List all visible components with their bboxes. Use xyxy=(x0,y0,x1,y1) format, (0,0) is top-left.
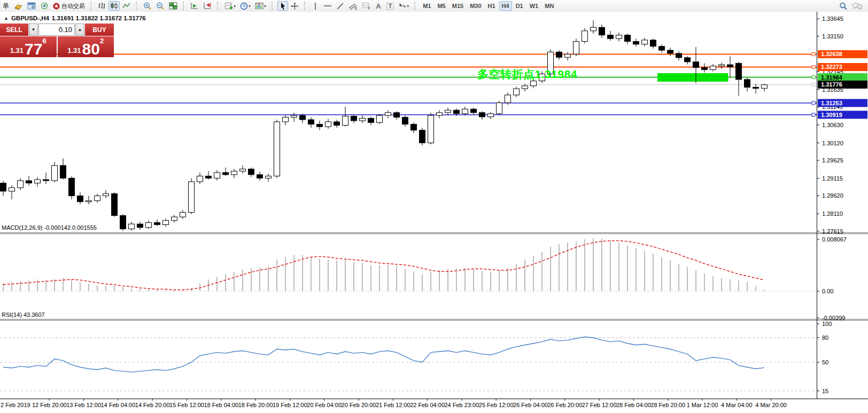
sell-price-display[interactable]: 1.31 77 6 xyxy=(0,36,57,57)
volume-input[interactable]: 0.10 xyxy=(38,24,75,36)
chart-shift-icon[interactable] xyxy=(201,1,213,11)
chart-canvas[interactable]: 1.336451.331501.321451.316351.311401.306… xyxy=(0,12,868,413)
one-click-collapse-icon[interactable]: ▲ xyxy=(4,15,9,21)
volume-decrease-button[interactable]: ▼ xyxy=(29,24,38,36)
timeframe-m1-button[interactable]: M1 xyxy=(420,1,433,11)
fibo-grid-tool-icon[interactable]: F xyxy=(360,1,372,11)
autotrading-stop-icon xyxy=(53,3,60,10)
chat-icon[interactable] xyxy=(850,1,864,11)
toolbar-separator xyxy=(183,2,186,10)
dropdown-caret-icon[interactable]: ▾ xyxy=(234,4,236,9)
chart-title: ▲ GBPUSD-,H4 1.31691 1.31822 1.31672 1.3… xyxy=(4,15,146,21)
indicators-add-icon[interactable]: ▾ xyxy=(223,1,237,11)
buy-price-display[interactable]: 1.31 80 2 xyxy=(58,36,114,57)
toolbar-separator xyxy=(90,2,94,10)
volume-increase-button[interactable]: ▲ xyxy=(75,24,84,36)
auto-scroll-icon[interactable] xyxy=(189,1,200,11)
line-chart-type-icon[interactable] xyxy=(121,1,132,11)
svg-text:E: E xyxy=(355,6,358,10)
pivot-annotation-text[interactable]: 多空转折点1.31984 xyxy=(477,67,577,82)
time-axis[interactable] xyxy=(0,399,868,413)
chart-window[interactable]: 1.336451.331501.321451.316351.311401.306… xyxy=(0,12,868,413)
templates-icon[interactable]: ▾ xyxy=(253,1,268,11)
tile-windows-icon[interactable] xyxy=(167,1,179,11)
sell-price-small: 1.31 xyxy=(10,47,24,56)
toolbar-separator xyxy=(414,2,417,10)
buy-price-small: 1.31 xyxy=(67,47,81,56)
crosshair-tool-icon[interactable] xyxy=(289,1,300,11)
search-icon[interactable] xyxy=(838,1,849,11)
arrows-tool-icon[interactable]: ▾ xyxy=(397,1,410,11)
text-tool-icon[interactable]: A xyxy=(373,1,384,11)
timeframe-h4-button[interactable]: H4 xyxy=(499,1,512,11)
market-watch-icon[interactable] xyxy=(26,1,37,11)
timeframe-m5-button[interactable]: M5 xyxy=(435,1,448,11)
sell-price-sup: 6 xyxy=(42,37,46,44)
macd-pane-divider[interactable] xyxy=(0,230,868,236)
buy-price-big: 80 xyxy=(82,42,100,56)
periods-clock-icon[interactable]: ▾ xyxy=(238,1,252,11)
symbol-period-label: GBPUSD-,H4 xyxy=(11,15,49,21)
new-order-gold-icon[interactable] xyxy=(12,1,25,11)
timeframe-w1-button[interactable]: W1 xyxy=(527,1,541,11)
timeframe-m15-button[interactable]: M15 xyxy=(449,1,466,11)
sell-button[interactable]: SELL xyxy=(0,24,28,36)
cursor-tool-icon[interactable] xyxy=(277,1,288,11)
rsi-pane-divider[interactable] xyxy=(0,317,868,322)
vertical-line-tool-icon[interactable] xyxy=(310,1,321,11)
zoom-out-icon[interactable] xyxy=(154,1,166,11)
buy-price-sup: 2 xyxy=(100,37,104,44)
dropdown-caret-icon[interactable]: ▾ xyxy=(407,4,409,9)
dropdown-caret-icon[interactable]: ▾ xyxy=(264,4,266,9)
svg-text:F: F xyxy=(368,6,370,10)
timeframe-mn-button[interactable]: MN xyxy=(542,1,556,11)
trendline-tool-icon[interactable] xyxy=(335,1,346,11)
zoom-in-icon[interactable] xyxy=(142,1,153,11)
timeframe-m30-button[interactable]: M30 xyxy=(467,1,484,11)
toolbar-separator xyxy=(272,2,275,10)
ohlc-values: 1.31691 1.31822 1.31672 1.31776 xyxy=(52,15,146,21)
fibonacci-tool-icon[interactable]: E xyxy=(347,1,359,11)
timeframe-group: M1M5M15M30H1H4D1W1MN xyxy=(420,1,557,11)
dropdown-caret-icon[interactable]: ▾ xyxy=(249,4,251,9)
sell-price-big: 77 xyxy=(25,42,42,56)
bar-chart-type-icon[interactable] xyxy=(96,1,107,11)
price-axis[interactable] xyxy=(817,12,868,399)
signals-radar-icon[interactable] xyxy=(38,1,50,11)
main-toolbar: 单 自动交易 ▾ ▾ xyxy=(0,0,868,12)
buy-button[interactable]: BUY xyxy=(85,24,114,36)
timeframe-d1-button[interactable]: D1 xyxy=(513,1,526,11)
timeframe-h1-button[interactable]: H1 xyxy=(485,1,498,11)
autotrading-button[interactable]: 自动交易 xyxy=(51,1,87,11)
one-click-trading-panel: SELL ▼ 0.10 ▲ BUY 1.31 77 6 1.31 80 2 xyxy=(0,24,114,57)
toolbar-separator xyxy=(136,2,139,10)
toolbar-separator xyxy=(304,2,307,10)
candlestick-chart-type-icon[interactable] xyxy=(108,1,120,11)
horizontal-line-tool-icon[interactable] xyxy=(322,1,334,11)
new-order-button[interactable]: 单 xyxy=(1,1,11,11)
toolbar-separator xyxy=(217,2,220,10)
text-label-tool-icon[interactable]: T xyxy=(385,1,396,11)
